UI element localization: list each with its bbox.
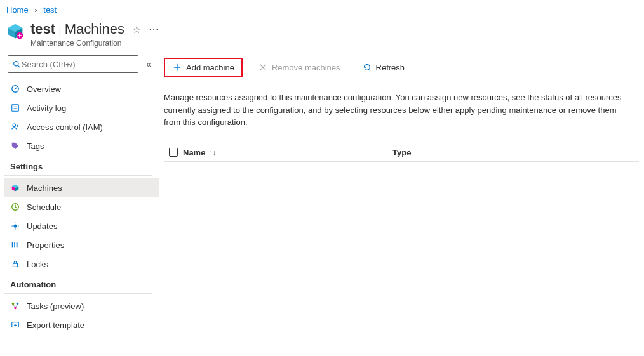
- sidebar-item-access-control[interactable]: Access control (IAM): [4, 117, 159, 136]
- sidebar-section-automation: Automation: [4, 274, 152, 294]
- pin-star-icon[interactable]: ☆: [132, 23, 141, 36]
- tasks-icon: [10, 301, 20, 311]
- svg-line-5: [18, 65, 20, 67]
- sidebar-item-label: Overview: [27, 84, 61, 94]
- column-header-name[interactable]: Name ↑↓: [183, 148, 392, 157]
- sort-icon: ↑↓: [209, 148, 216, 156]
- search-input[interactable]: [22, 60, 134, 69]
- sidebar-item-label: Access control (IAM): [27, 122, 103, 132]
- search-box[interactable]: [8, 55, 138, 73]
- column-label: Type: [392, 148, 411, 157]
- page-header: test | Machines ☆ ⋯ Maintenance Configur…: [0, 18, 644, 54]
- sidebar-item-label: Properties: [27, 241, 64, 250]
- page-title: test: [30, 21, 55, 37]
- machines-icon: [10, 183, 20, 193]
- sidebar-item-label: Export template: [27, 320, 84, 330]
- toolbar-button-label: Refresh: [376, 63, 405, 72]
- sidebar-item-label: Updates: [27, 221, 57, 231]
- collapse-sidebar-icon[interactable]: «: [142, 56, 155, 72]
- sidebar-item-schedule[interactable]: Schedule: [4, 197, 159, 216]
- breadcrumb-separator-icon: ›: [34, 5, 37, 15]
- svg-point-16: [13, 224, 17, 227]
- svg-point-21: [12, 303, 15, 305]
- svg-point-11: [17, 125, 18, 127]
- sidebar-item-activity-log[interactable]: Activity log: [4, 98, 159, 117]
- export-template-icon: [10, 320, 20, 330]
- plus-icon: [172, 62, 182, 72]
- toolbar-button-label: Remove machines: [272, 63, 340, 72]
- sidebar-item-label: Locks: [27, 260, 48, 269]
- description-text: Manage resources assigned to this mainte…: [164, 82, 634, 144]
- svg-point-23: [14, 307, 17, 310]
- refresh-icon: [362, 62, 372, 72]
- tags-icon: [10, 141, 20, 151]
- sidebar-item-updates[interactable]: Updates: [4, 216, 159, 235]
- blade-title: Machines: [65, 21, 124, 37]
- sidebar: « Overview Activity log Access control (…: [0, 54, 159, 334]
- svg-rect-18: [14, 242, 15, 248]
- resource-icon: [6, 22, 24, 40]
- table-header: Name ↑↓ Type: [164, 144, 639, 162]
- updates-icon: [10, 221, 20, 231]
- properties-icon: [10, 240, 20, 250]
- column-label: Name: [183, 148, 205, 157]
- more-actions-icon[interactable]: ⋯: [149, 23, 159, 36]
- page-subtitle: Maintenance Configuration: [30, 39, 159, 48]
- select-all-cell: [164, 148, 183, 157]
- sidebar-item-tags[interactable]: Tags: [4, 136, 159, 155]
- sidebar-item-locks[interactable]: Locks: [4, 254, 159, 274]
- sidebar-item-label: Schedule: [27, 202, 61, 212]
- svg-point-22: [17, 303, 19, 305]
- breadcrumb-current[interactable]: test: [43, 5, 57, 15]
- svg-point-10: [13, 124, 15, 126]
- toolbar-button-label: Add machine: [186, 63, 234, 72]
- sidebar-item-label: Tags: [27, 142, 44, 151]
- sidebar-item-label: Tasks (preview): [27, 301, 84, 311]
- svg-rect-20: [13, 263, 18, 267]
- sidebar-item-label: Activity log: [27, 103, 66, 113]
- access-control-icon: [10, 122, 20, 132]
- remove-icon: [258, 62, 268, 72]
- breadcrumb-home[interactable]: Home: [6, 5, 29, 15]
- breadcrumb: Home › test: [0, 0, 644, 18]
- title-pipe: |: [59, 26, 61, 36]
- content-area: Add machine Remove machines Refresh Mana…: [159, 54, 644, 334]
- remove-machines-button: Remove machines: [252, 60, 347, 75]
- sidebar-item-overview[interactable]: Overview: [4, 79, 159, 98]
- svg-rect-19: [17, 242, 18, 248]
- svg-rect-7: [12, 105, 19, 112]
- select-all-checkbox[interactable]: [169, 148, 178, 157]
- sidebar-item-properties[interactable]: Properties: [4, 235, 159, 254]
- schedule-icon: [10, 202, 20, 212]
- add-machine-button[interactable]: Add machine: [164, 58, 243, 77]
- sidebar-item-machines[interactable]: Machines: [4, 178, 159, 197]
- sidebar-section-settings: Settings: [4, 155, 152, 176]
- svg-point-4: [14, 61, 18, 65]
- locks-icon: [10, 259, 20, 269]
- svg-rect-17: [12, 242, 13, 248]
- sidebar-item-label: Machines: [27, 183, 62, 193]
- refresh-button[interactable]: Refresh: [356, 60, 412, 75]
- overview-icon: [10, 84, 20, 94]
- toolbar: Add machine Remove machines Refresh: [164, 54, 639, 82]
- column-header-type[interactable]: Type: [392, 148, 411, 157]
- search-icon: [12, 59, 22, 69]
- sidebar-item-tasks[interactable]: Tasks (preview): [4, 296, 159, 315]
- sidebar-item-export-template[interactable]: Export template: [4, 315, 159, 334]
- activity-log-icon: [10, 103, 20, 113]
